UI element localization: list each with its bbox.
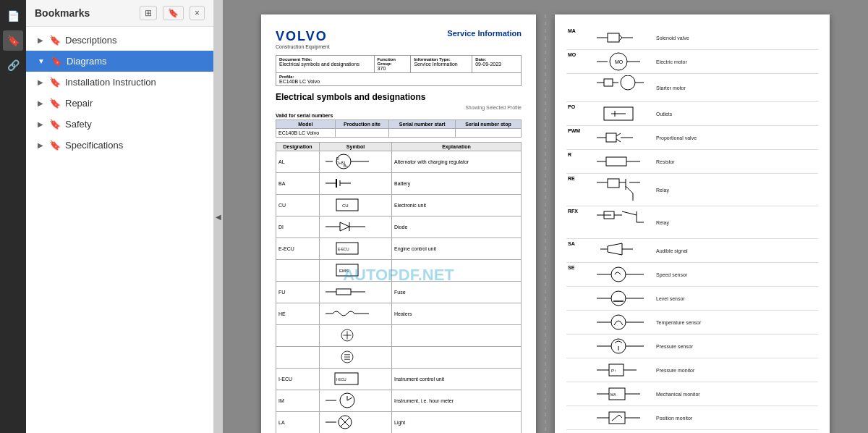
label-starter <box>566 74 590 101</box>
bookmark-icon: 🔖 <box>49 35 61 46</box>
label-temp <box>566 311 590 334</box>
sym-mo: MO <box>590 50 655 73</box>
symbol-im <box>320 390 392 412</box>
desc-temp: Temperature sensor <box>655 311 818 334</box>
sidebar-item-descriptions[interactable]: ▶ 🔖 Descriptions <box>26 30 213 51</box>
designation-ems <box>276 260 320 282</box>
table-row: E-ECU E-ECU Engine control unit <box>276 238 522 260</box>
svg-point-90 <box>611 267 626 282</box>
col-designation: Designation <box>276 143 320 151</box>
svg-marker-13 <box>340 222 349 231</box>
doc-title-value: Electrical symbols and designations <box>279 62 371 67</box>
symbol-ems: EMS <box>320 260 392 282</box>
svg-line-79 <box>626 186 633 193</box>
chevron-right-icon-repair: ▶ <box>38 99 43 107</box>
desc-mo: Electric motor <box>655 50 818 73</box>
label-po: PO <box>566 102 590 125</box>
serial-section-label: Valid for serial numbers <box>276 113 522 118</box>
bookmark-icon-diagrams: 🔖 <box>51 56 62 67</box>
svg-line-113 <box>612 415 619 421</box>
sidebar-item-repair[interactable]: ▶ 🔖 Repair <box>26 93 213 114</box>
serial-header-start: Serial number start <box>389 120 456 129</box>
label-pressure <box>566 335 590 358</box>
designation-di: DI <box>276 216 320 238</box>
explanation-he3 <box>392 347 522 369</box>
sym-pwm <box>590 126 655 149</box>
svg-rect-59 <box>604 79 613 86</box>
collapse-handle[interactable]: ◀ <box>214 0 223 433</box>
explanation-he: Heaters <box>392 303 522 325</box>
volvo-header: VOLVO Construction Equipment Service Inf… <box>276 29 522 49</box>
add-bookmark-btn[interactable]: 🔖 <box>163 6 184 20</box>
explanation-fu: Fuse <box>392 282 522 303</box>
sidebar-title: Bookmarks <box>35 7 90 19</box>
designation-he3 <box>276 347 320 369</box>
col-explanation: Explanation <box>392 143 522 151</box>
function-group-value: 370 <box>378 66 408 71</box>
sidebar-item-label: Installation Instruction <box>65 77 156 88</box>
page-main-title: Electrical symbols and designations <box>276 92 522 102</box>
label-level <box>566 287 590 310</box>
right-row-sw: SW Switches <box>566 430 818 433</box>
bookmark-icon-safety: 🔖 <box>49 119 61 130</box>
right-row-starter: Starter motor <box>566 74 818 102</box>
right-row-mo: MO MO Electric motor <box>566 50 818 74</box>
desc-level: Level sensor <box>655 287 818 310</box>
symbol-he <box>320 303 392 325</box>
sidebar-header-icons: ⊞ 🔖 × <box>140 6 205 20</box>
chevron-down-icon: ▼ <box>38 57 45 65</box>
svg-text:MA: MA <box>610 392 616 397</box>
explanation-al: Alternator with charging regulator <box>392 151 522 173</box>
sidebar-item-safety[interactable]: ▶ 🔖 Safety <box>26 114 213 135</box>
label-pmon <box>566 358 590 382</box>
designation-im: IM <box>276 390 320 412</box>
sym-posmon <box>590 406 655 429</box>
sidebar-items: ▶ 🔖 Descriptions ▼ 🔖 Diagrams ▶ 🔖 Instal… <box>26 27 213 433</box>
designation-cu: CU <box>276 195 320 216</box>
close-sidebar-btn[interactable]: × <box>190 6 205 20</box>
sym-ma <box>590 26 655 49</box>
svg-marker-87 <box>608 243 622 255</box>
label-sw: SW <box>566 430 590 433</box>
serial-table: Model Production site Serial number star… <box>276 119 522 138</box>
sidebar-header: Bookmarks ⊞ 🔖 × <box>26 0 213 27</box>
right-page: MA Solenoid valve MO <box>555 14 830 433</box>
serial-row-start <box>389 129 456 138</box>
sidebar-item-specifications[interactable]: ▶ 🔖 Specifications <box>26 135 213 156</box>
explanation-la: Light <box>392 412 522 434</box>
svg-line-52 <box>619 38 622 41</box>
label-rfx: RFX <box>566 206 590 238</box>
sym-pmon: P↑ <box>590 358 655 382</box>
sidebar-item-label: Repair <box>65 98 93 109</box>
grid-view-btn[interactable]: ⊞ <box>140 6 157 20</box>
sym-sw <box>590 430 655 433</box>
svg-rect-72 <box>606 157 626 166</box>
svg-rect-67 <box>606 133 616 142</box>
right-row-rfx: RFX Relay <box>566 206 818 239</box>
svg-rect-21 <box>336 289 351 295</box>
bookmark-icon-install: 🔖 <box>49 77 61 88</box>
sidebar: Bookmarks ⊞ 🔖 × ▶ 🔖 Descriptions ▼ 🔖 Dia… <box>26 0 214 433</box>
right-row-pressure: Pressure sensor <box>566 335 818 358</box>
designation-he2 <box>276 325 320 347</box>
link-icon-btn[interactable]: 🔗 <box>3 55 23 75</box>
designation-he: HE <box>276 303 320 325</box>
right-row-po: PO Outlets <box>566 102 818 126</box>
svg-line-68 <box>616 133 621 136</box>
document-viewer[interactable]: AUTOPDF.NET VOLVO Construction Equipment… <box>223 0 868 433</box>
sym-mechmon: MA <box>590 382 655 405</box>
sidebar-item-diagrams[interactable]: ▼ 🔖 Diagrams <box>26 51 213 72</box>
right-row-sa: SA Audible signal <box>566 239 818 263</box>
right-row-ma: MA Solenoid valve <box>566 26 818 50</box>
bookmark-panel-btn[interactable]: 🔖 <box>3 30 23 51</box>
symbol-di <box>320 216 392 238</box>
symbol-cu: CU <box>320 195 392 216</box>
svg-text:P↑: P↑ <box>611 369 616 373</box>
table-row: LA Light <box>276 412 522 434</box>
svg-line-114 <box>619 415 622 418</box>
designation-fu: FU <box>276 282 320 303</box>
page-icon-btn[interactable]: 📄 <box>3 6 23 26</box>
sidebar-item-installation[interactable]: ▶ 🔖 Installation Instruction <box>26 72 213 93</box>
right-row-pmon: P↑ Pressure monitor <box>566 358 818 382</box>
sidebar-item-label: Descriptions <box>65 35 117 46</box>
